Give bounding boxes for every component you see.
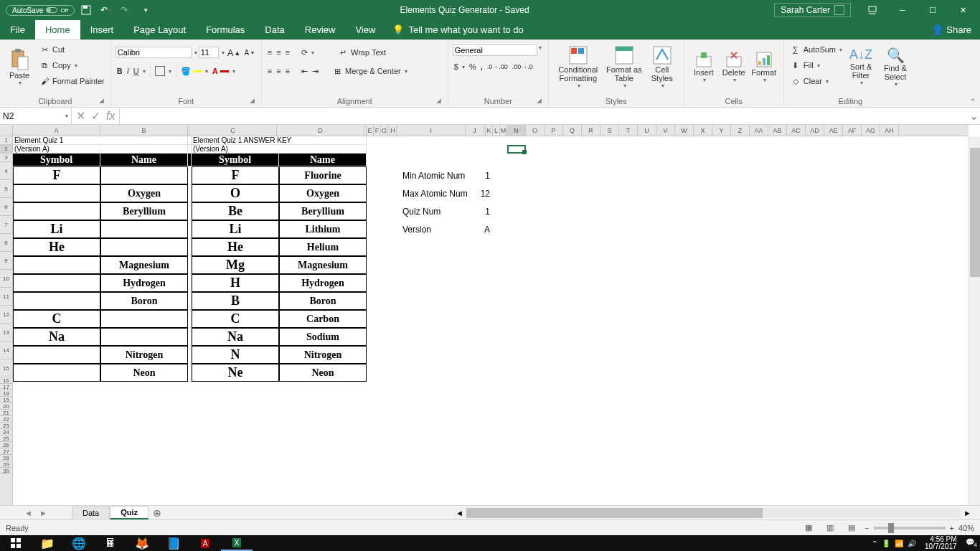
autosave-toggle[interactable]: AutoSave Off	[6, 5, 75, 16]
quiz-name-cell[interactable]	[100, 220, 188, 238]
row-header[interactable]: 6	[0, 198, 12, 216]
scroll-right-button[interactable]: ►	[961, 509, 974, 517]
answer-symbol-cell[interactable]: O	[192, 184, 279, 202]
autosum-button[interactable]: ∑AutoSum▾	[788, 42, 844, 57]
answer-symbol-cell[interactable]: C	[192, 310, 279, 328]
alignment-launcher[interactable]: ◢	[435, 97, 443, 105]
borders-button[interactable]: ▾	[154, 63, 173, 79]
close-button[interactable]: ✕	[948, 0, 977, 20]
param-label[interactable]: Min Atomic Num	[402, 171, 471, 181]
font-name-select[interactable]	[116, 47, 192, 58]
tab-view[interactable]: View	[345, 20, 385, 39]
bold-button[interactable]: B	[116, 63, 124, 79]
scrollbar-thumb[interactable]	[970, 148, 980, 277]
calculator-icon[interactable]: 🖩	[95, 535, 126, 551]
redo-button[interactable]: ↷▾	[118, 1, 135, 19]
zoom-slider[interactable]	[874, 527, 946, 529]
fill-button[interactable]: ⬇Fill▾	[788, 57, 844, 73]
row-header[interactable]: 15	[0, 359, 12, 377]
page-break-view-button[interactable]: ▤	[843, 522, 860, 534]
answer-symbol-cell[interactable]: Na	[192, 328, 279, 346]
param-value[interactable]: 1	[471, 207, 490, 217]
cancel-formula-button[interactable]: ✕	[76, 109, 85, 123]
wrap-text-button[interactable]: ↵Wrap Text	[336, 44, 387, 60]
column-header[interactable]: AG	[862, 125, 880, 136]
quiz-symbol-cell[interactable]	[13, 346, 100, 364]
answer-name-cell[interactable]: Neon	[279, 364, 367, 382]
column-header[interactable]: AA	[750, 125, 768, 136]
cell-styles-button[interactable]: Cell Styles▾	[645, 42, 679, 92]
column-header[interactable]: W	[675, 125, 694, 136]
chevron-down-icon[interactable]: ▾	[222, 50, 225, 56]
column-header[interactable]: G	[381, 125, 388, 136]
answer-name-cell[interactable]: Beryllium	[279, 202, 367, 220]
merge-center-button[interactable]: ⊞Merge & Center▾	[330, 63, 409, 79]
align-bottom-button[interactable]: ≡	[284, 44, 291, 60]
column-header[interactable]: F	[374, 125, 381, 136]
answer-symbol-cell[interactable]: Ne	[192, 364, 279, 382]
format-as-table-button[interactable]: Format as Table▾	[603, 42, 645, 92]
column-header[interactable]: V	[656, 125, 675, 136]
file-explorer-icon[interactable]: 📁	[32, 535, 63, 551]
sort-filter-button[interactable]: A↓ZSort & Filter▾	[844, 42, 878, 92]
fx-icon[interactable]: fx	[106, 110, 115, 123]
conditional-formatting-button[interactable]: Conditional Formatting▾	[553, 42, 603, 92]
column-header[interactable]: K	[486, 125, 493, 136]
underline-button[interactable]: U▾	[132, 63, 147, 79]
quiz-symbol-cell[interactable]: Li	[13, 220, 100, 238]
align-middle-button[interactable]: ≡	[275, 44, 282, 60]
increase-decimal-button[interactable]: .0→.00	[486, 59, 509, 75]
zoom-in-button[interactable]: +	[950, 524, 954, 532]
comma-format-button[interactable]: ,	[479, 59, 484, 75]
quiz-name-cell[interactable]: Neon	[100, 364, 188, 382]
column-header[interactable]: AD	[806, 125, 824, 136]
column-header[interactable]: AC	[787, 125, 806, 136]
cells-container[interactable]: Element Quiz 1Element Quiz 1 ANSWER KEY(…	[13, 136, 969, 505]
quiz-symbol-cell[interactable]	[13, 292, 100, 310]
adobe-icon[interactable]: A	[189, 535, 221, 551]
quiz-symbol-cell[interactable]	[13, 184, 100, 202]
param-label[interactable]: Quiz Num	[402, 207, 471, 217]
tab-data[interactable]: Data	[255, 20, 294, 39]
column-header[interactable]: AB	[768, 125, 787, 136]
quiz-name-cell[interactable]	[100, 166, 188, 184]
column-header[interactable]: Q	[563, 125, 582, 136]
quiz-symbol-cell[interactable]	[13, 256, 100, 274]
horizontal-scrollbar[interactable]: ◄ ►	[453, 508, 974, 518]
quiz-name-cell[interactable]	[100, 328, 188, 346]
tab-home[interactable]: Home	[35, 20, 80, 39]
quiz-name-cell[interactable]	[100, 310, 188, 328]
format-cells-button[interactable]: Format▾	[749, 42, 779, 92]
chevron-down-icon[interactable]: ▾	[194, 50, 197, 56]
answer-name-cell[interactable]: Helium	[279, 238, 367, 256]
font-launcher[interactable]: ◢	[248, 97, 257, 105]
notifications-icon[interactable]: 💬4	[966, 538, 977, 548]
scroll-left-button[interactable]: ◄	[453, 509, 466, 517]
number-format-select[interactable]	[453, 44, 537, 56]
answer-symbol-cell[interactable]: Mg	[192, 256, 279, 274]
answer-name-cell[interactable]: Hydrogen	[279, 274, 367, 292]
column-header[interactable]: P	[545, 125, 563, 136]
column-header[interactable]: T	[619, 125, 638, 136]
ribbon-options-button[interactable]	[858, 0, 887, 20]
font-size-select[interactable]	[199, 47, 219, 58]
answer-name-cell[interactable]: Oxygen	[279, 184, 367, 202]
column-header[interactable]: M	[500, 125, 507, 136]
row-header[interactable]: 8	[0, 234, 12, 252]
answer-name-cell[interactable]: Boron	[279, 292, 367, 310]
sheet-tab-quiz[interactable]: Quiz	[110, 506, 149, 519]
row-header[interactable]: 12	[0, 306, 12, 324]
row-header[interactable]: 3	[0, 154, 12, 162]
quiz-symbol-cell[interactable]	[13, 274, 100, 292]
column-header[interactable]: D	[277, 125, 364, 136]
row-header[interactable]: 11	[0, 288, 12, 306]
column-header[interactable]: H	[390, 125, 397, 136]
param-value[interactable]: 12	[471, 189, 490, 199]
row-header[interactable]: 5	[0, 180, 12, 198]
row-headers[interactable]: 1234567891011121314151617181920212223242…	[0, 136, 13, 505]
quiz-name-cell[interactable]	[100, 238, 188, 256]
column-header[interactable]: A	[13, 125, 100, 136]
system-clock[interactable]: 4:56 PM 10/7/2017	[920, 536, 961, 550]
wifi-icon[interactable]: 📶	[895, 540, 903, 547]
quiz-name-cell[interactable]: Nitrogen	[100, 346, 188, 364]
